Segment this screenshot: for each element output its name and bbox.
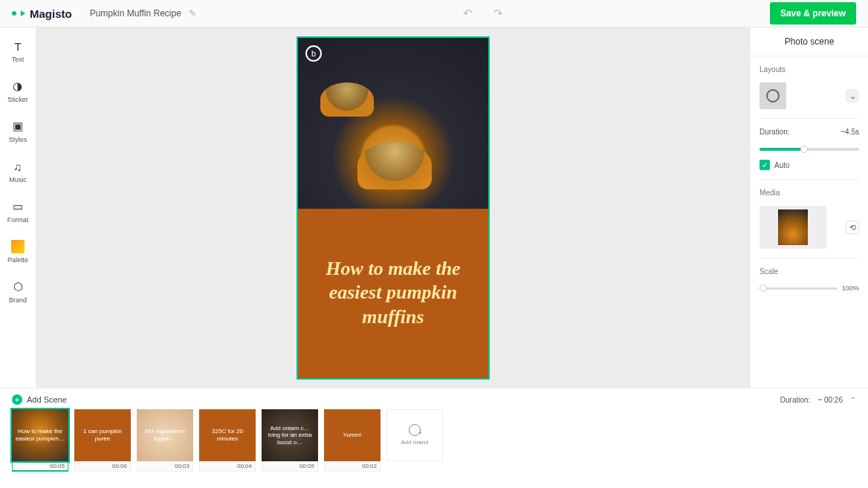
brand-icon: ⬡ [11, 280, 25, 293]
clip-text: How to make the easiest pumpkin… [15, 428, 65, 442]
auto-label: Auto [774, 161, 790, 169]
save-preview-button[interactable]: Save & preview [770, 2, 856, 25]
history-controls: ↶ ↷ [196, 7, 770, 20]
clip-time: 00:05 [262, 461, 318, 472]
scene-preview[interactable]: b How to make the easiest pumpkin muffin… [297, 36, 490, 380]
refresh-layout-icon [766, 89, 780, 103]
text-icon: T [11, 39, 25, 53]
replace-media-button[interactable]: ⟲ [846, 221, 859, 234]
media-image [778, 209, 808, 245]
add-brand-label: Add brand [401, 439, 429, 446]
undo-icon[interactable]: ↶ [463, 7, 473, 20]
toolbar-styles[interactable]: ▣Styles [9, 120, 27, 143]
scale-slider-knob[interactable] [760, 284, 767, 292]
clip-strip: How to make the easiest pumpkin…00:051 c… [12, 409, 856, 472]
top-bar: Magisto Pumpkin Muffin Recipe ✎ ↶ ↷ Save… [0, 0, 868, 27]
duration-value: ~4.5s [841, 128, 859, 136]
clip-text: Mix ingredients togeth… [140, 428, 190, 442]
scale-label: Scale [760, 267, 859, 276]
scale-value: 100% [842, 284, 859, 292]
logo-play-icon [21, 10, 25, 16]
timeline-clip[interactable]: Mix ingredients togeth…00:03 [137, 409, 193, 472]
toolbar-sticker[interactable]: ◑Sticker [7, 79, 28, 103]
left-toolbar: TText ◑Sticker ▣Styles ♫Music ▭Format Pa… [0, 27, 36, 388]
logo-dot-icon [12, 11, 16, 16]
clip-thumbnail[interactable]: Mix ingredients togeth… [137, 409, 193, 461]
clip-text: Yumm! [343, 432, 362, 439]
clip-time: 00:04 [199, 461, 256, 472]
divider [760, 179, 859, 180]
total-duration-label: Duration: [780, 396, 811, 404]
duration-label: Duration: [760, 128, 790, 136]
timeline-clip[interactable]: 325C for 20 minutes00:04 [199, 409, 256, 472]
duration-slider-knob[interactable] [800, 146, 808, 153]
scene-brand-badge-icon: b [305, 45, 322, 62]
timeline: + Add Scene Duration: ~ 00:26 ⌃ How to m… [0, 388, 868, 488]
timeline-clip[interactable]: Yumm!00:02 [324, 409, 380, 472]
clip-thumbnail[interactable]: 325C for 20 minutes [199, 409, 256, 461]
add-brand-clip[interactable]: Add brand [386, 409, 443, 472]
edit-title-icon[interactable]: ✎ [189, 8, 196, 19]
toolbar-text[interactable]: TText [11, 39, 25, 63]
total-duration-value: ~ 00:26 [817, 396, 843, 404]
duration-slider[interactable] [760, 148, 859, 151]
media-label: Media [760, 189, 859, 197]
clip-text: Add cream c… icing for an extra boost o… [265, 425, 315, 446]
scene-headline[interactable]: How to make the easiest pumpkin muffins [298, 209, 488, 378]
sticker-icon: ◑ [11, 79, 25, 93]
layouts-label: Layouts [760, 65, 859, 74]
styles-icon: ▣ [11, 120, 25, 133]
scene-photo[interactable]: b [298, 38, 488, 209]
clip-time: 00:02 [324, 461, 380, 472]
timeline-clip[interactable]: How to make the easiest pumpkin…00:05 [12, 409, 68, 472]
clip-time: 00:05 [12, 461, 68, 472]
music-icon: ♫ [11, 160, 25, 173]
toolbar-format[interactable]: ▭Format [7, 200, 29, 224]
toolbar-palette[interactable]: Palette [7, 240, 28, 264]
project-title[interactable]: Pumpkin Muffin Recipe [90, 8, 181, 19]
scale-slider[interactable] [760, 287, 838, 290]
toolbar-music[interactable]: ♫Music [9, 160, 27, 183]
timeline-clip[interactable]: 1 can pumpkin purée00:06 [74, 409, 131, 472]
layout-expand-button[interactable]: ⌄ [846, 89, 859, 103]
divider [760, 118, 859, 119]
collapse-timeline-icon[interactable]: ⌃ [850, 396, 856, 404]
palette-icon [11, 240, 25, 253]
timeline-clip[interactable]: Add cream c… icing for an extra boost o…… [262, 409, 318, 472]
auto-checkbox[interactable]: ✓ [760, 160, 770, 170]
clip-time: 00:03 [137, 461, 193, 472]
clip-text: 325C for 20 minutes [202, 428, 253, 442]
clip-thumbnail[interactable]: How to make the easiest pumpkin… [12, 409, 68, 461]
brand-logo[interactable]: Magisto [12, 7, 72, 20]
toolbar-brand[interactable]: ⬡Brand [9, 280, 27, 304]
divider [760, 258, 859, 258]
clip-thumbnail[interactable]: 1 can pumpkin purée [74, 409, 131, 461]
canvas-area[interactable]: b How to make the easiest pumpkin muffin… [36, 27, 750, 388]
media-thumbnail[interactable] [760, 206, 826, 249]
format-icon: ▭ [11, 200, 25, 213]
right-panel: Photo scene Layouts ⌄ Duration: ~4.5s ✓ … [750, 27, 868, 388]
layout-thumbnail[interactable] [760, 82, 786, 109]
redo-icon[interactable]: ↷ [493, 7, 503, 20]
clip-time: 00:06 [74, 461, 131, 472]
clip-text: 1 can pumpkin purée [77, 428, 128, 442]
panel-title: Photo scene [751, 27, 868, 56]
plus-icon: + [12, 394, 22, 405]
clip-thumbnail[interactable]: Add cream c… icing for an extra boost o… [262, 409, 318, 461]
add-brand-icon [409, 424, 421, 436]
clip-thumbnail[interactable]: Yumm! [324, 409, 380, 461]
add-brand-thumbnail[interactable]: Add brand [386, 409, 443, 461]
brand-name: Magisto [30, 7, 72, 20]
duration-slider-fill [760, 148, 804, 151]
add-scene-button[interactable]: + Add Scene [12, 394, 67, 405]
